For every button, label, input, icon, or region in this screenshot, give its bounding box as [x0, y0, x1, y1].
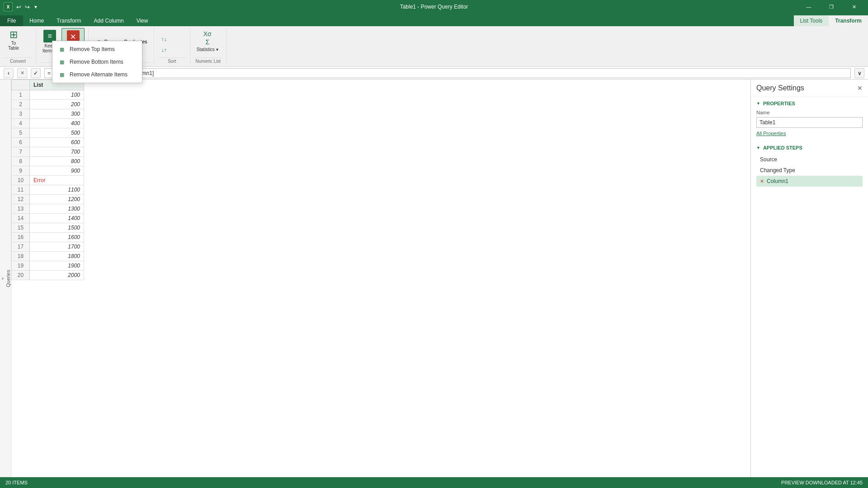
row-value: 1400 — [30, 214, 84, 223]
remove-top-items-item[interactable]: ▦ Remove Top Items — [52, 43, 142, 56]
step-column1[interactable]: ✕ Column1 — [756, 176, 863, 187]
row-value: 1300 — [30, 204, 84, 214]
sort-desc-btn[interactable]: ↓↑ — [158, 46, 170, 55]
statistics-icon: XσΣ — [203, 30, 212, 46]
statistics-group-content: XσΣ Statistics ▾ — [194, 28, 222, 57]
window-title: Table1 - Power Query Editor — [400, 4, 468, 10]
formula-check-btn[interactable]: ✓ — [31, 68, 41, 78]
sort-group-label: Sort — [158, 57, 186, 65]
name-label: Name — [756, 110, 863, 115]
row-value: 1800 — [30, 252, 84, 261]
row-value: 200 — [30, 100, 84, 109]
table-row: 181800 — [12, 252, 84, 261]
step-source-label: Source — [760, 156, 777, 163]
row-number: 1 — [12, 90, 30, 100]
row-number: 11 — [12, 185, 30, 195]
sort-asc-btn[interactable]: ↑↓ — [158, 35, 170, 44]
row-value: 2000 — [30, 271, 84, 280]
properties-triangle-icon: ▼ — [756, 101, 760, 106]
all-properties-link[interactable]: All Properties — [756, 131, 863, 136]
row-number: 14 — [12, 214, 30, 223]
sort-desc-icon: ↓↑ — [160, 47, 168, 54]
tab-file[interactable]: File — [0, 15, 23, 26]
status-preview-info: PREVIEW DOWNLOADED AT 12:45 — [781, 480, 863, 485]
tab-add-column[interactable]: Add Column — [88, 15, 130, 26]
properties-section: Name All Properties — [751, 108, 868, 141]
formula-close-btn[interactable]: ✕ — [17, 68, 27, 78]
table-row: 151500 — [12, 223, 84, 233]
row-number: 3 — [12, 109, 30, 119]
step-column1-label: Column1 — [767, 178, 788, 184]
to-table-label: ToTable — [8, 41, 19, 51]
quick-access-redo[interactable]: ↪ — [25, 4, 30, 10]
row-number: 5 — [12, 128, 30, 138]
row-value: 700 — [30, 147, 84, 157]
applied-steps-section: Source Changed Type ✕ Column1 — [751, 152, 868, 188]
sort-group-content: ↑↓ ↓↑ — [158, 28, 186, 57]
table-row: 1100 — [12, 90, 84, 100]
row-value: 600 — [30, 138, 84, 147]
row-value: 1200 — [30, 195, 84, 204]
formula-input[interactable] — [44, 68, 851, 78]
applied-steps-label: APPLIED STEPS — [763, 145, 802, 150]
step-changed-type[interactable]: Changed Type — [756, 165, 863, 176]
formula-back-btn[interactable]: ‹ — [4, 68, 14, 78]
table-row: 5500 — [12, 128, 84, 138]
to-table-icon: ⊞ — [9, 30, 18, 40]
table-row: 7700 — [12, 147, 84, 157]
row-value: 400 — [30, 119, 84, 128]
close-btn[interactable]: ✕ — [844, 0, 864, 14]
data-area[interactable]: List 11002200330044005500660077008800990… — [11, 80, 750, 477]
table-row: 8800 — [12, 157, 84, 166]
table-row: 171700 — [12, 242, 84, 252]
remove-bottom-items-item[interactable]: ▦ Remove Bottom Items — [52, 56, 142, 68]
row-value: 1100 — [30, 185, 84, 195]
table-row: 121200 — [12, 195, 84, 204]
table-row: 131300 — [12, 204, 84, 214]
tab-home[interactable]: Home — [23, 15, 50, 26]
ribbon-tabs: File Home Transform Add Column View List… — [0, 14, 868, 26]
ribbon-group-convert: ⊞ ToTable Convert — [0, 28, 36, 65]
table-row: 6600 — [12, 138, 84, 147]
status-bar: 20 ITEMS PREVIEW DOWNLOADED AT 12:45 — [0, 477, 868, 488]
row-number: 7 — [12, 147, 30, 157]
step-source[interactable]: Source — [756, 154, 863, 165]
tab-list-tools[interactable]: List Tools — [794, 15, 829, 26]
to-table-btn[interactable]: ⊞ ToTable — [4, 28, 24, 52]
statistics-label: Statistics ▾ — [197, 47, 218, 52]
tab-view[interactable]: View — [130, 15, 155, 26]
table-row: 202000 — [12, 271, 84, 280]
row-number: 20 — [12, 271, 30, 280]
name-input[interactable] — [756, 117, 863, 128]
excel-icon: X — [4, 2, 13, 11]
remove-alternate-items-item[interactable]: ▦ Remove Alternate Items — [52, 68, 142, 81]
row-number: 18 — [12, 252, 30, 261]
row-value: Error — [30, 176, 84, 185]
quick-access-undo[interactable]: ↩ — [16, 4, 21, 10]
right-panel-title: Query Settings — [756, 84, 804, 92]
row-number: 2 — [12, 100, 30, 109]
expand-queries-btn[interactable]: › — [0, 274, 5, 283]
remove-top-icon: ▦ — [58, 45, 66, 53]
tab-transform[interactable]: Transform — [50, 15, 87, 26]
quick-access-dropdown[interactable]: ▼ — [33, 5, 38, 9]
title-bar-left: X ↩ ↪ ▼ — [4, 2, 38, 11]
minimize-btn[interactable]: — — [798, 0, 819, 14]
queries-label: Queries — [5, 270, 11, 287]
step-changed-type-label: Changed Type — [760, 167, 795, 174]
row-num-header — [12, 80, 30, 90]
row-value: 1500 — [30, 223, 84, 233]
maximize-btn[interactable]: ❐ — [821, 0, 842, 14]
row-value: 1600 — [30, 233, 84, 242]
data-table: List 11002200330044005500660077008800990… — [11, 80, 84, 280]
row-value: 800 — [30, 157, 84, 166]
row-number: 13 — [12, 204, 30, 214]
right-panel-close-btn[interactable]: ✕ — [857, 84, 863, 92]
statistics-btn[interactable]: XσΣ Statistics ▾ — [194, 28, 221, 54]
row-number: 9 — [12, 166, 30, 176]
formula-expand-btn[interactable]: ∨ — [854, 68, 864, 78]
row-value: 1700 — [30, 242, 84, 252]
row-number: 12 — [12, 195, 30, 204]
tab-transform-active[interactable]: Transform — [829, 15, 868, 26]
table-row: 3300 — [12, 109, 84, 119]
